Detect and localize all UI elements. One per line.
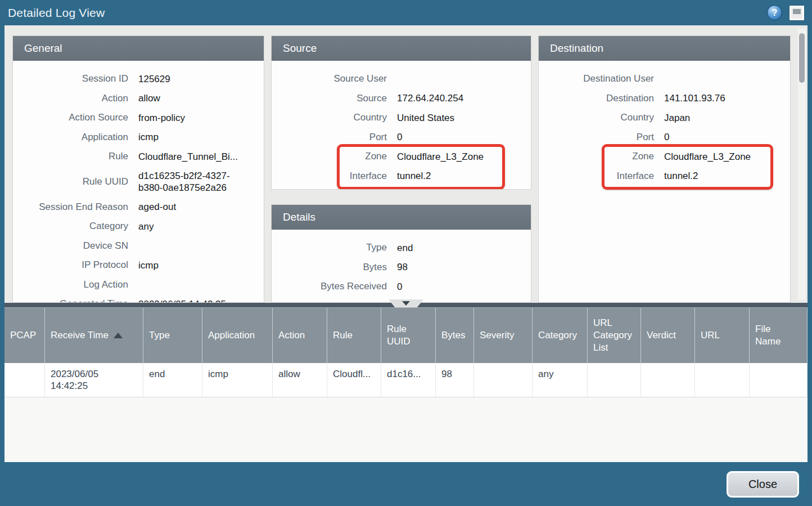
panel-details: Details Typeend Bytes98 Bytes Received0 bbox=[271, 204, 531, 303]
cell-pcap bbox=[4, 363, 45, 397]
field-value: tunnel.2 bbox=[397, 170, 431, 182]
field-generated-time: Generated Time2023/06/05 14:42:25 bbox=[13, 294, 264, 303]
field-action-source: Action Sourcefrom-policy bbox=[13, 108, 264, 128]
field-session-id: Session ID125629 bbox=[13, 69, 264, 89]
field-label: Interface bbox=[539, 171, 654, 182]
table-splitter bbox=[4, 303, 808, 307]
column-header-category[interactable]: Category bbox=[533, 308, 588, 363]
cell-category: any bbox=[533, 363, 588, 397]
field-value: Cloudflare_L3_Zone bbox=[664, 151, 751, 163]
column-header-application[interactable]: Application bbox=[202, 308, 273, 363]
column-header-rule[interactable]: Rule bbox=[327, 308, 381, 363]
column-source-details: Source Source User Source172.64.240.254 … bbox=[271, 35, 531, 303]
field-country: CountryUnited States bbox=[272, 108, 531, 128]
log-table-row[interactable]: 2023/06/05 14:42:25 end icmp allow Cloud… bbox=[4, 363, 808, 397]
field-label: Action bbox=[13, 93, 128, 104]
field-value: 141.101.93.76 bbox=[664, 92, 725, 104]
panel-general-body: Session ID125629 Actionallow Action Sour… bbox=[13, 61, 264, 303]
source-zone-interface-group: ZoneCloudflare_L3_Zone Interfacetunnel.2 bbox=[272, 147, 531, 186]
column-header-url-category-list[interactable]: URL Category List bbox=[588, 308, 641, 363]
cell-rule-uuid: d1c16... bbox=[381, 363, 436, 397]
column-header-severity[interactable]: Severity bbox=[474, 308, 533, 363]
field-label: Rule bbox=[13, 151, 128, 162]
panel-source: Source Source User Source172.64.240.254 … bbox=[271, 35, 531, 190]
column-header-url[interactable]: URL bbox=[695, 308, 750, 363]
field-label: Session ID bbox=[13, 73, 128, 84]
window-restore-icon[interactable] bbox=[790, 6, 804, 20]
field-value: Cloudflare_Tunnel_Bi... bbox=[138, 151, 238, 163]
field-application: Applicationicmp bbox=[13, 128, 264, 147]
field-action: Actionallow bbox=[13, 89, 264, 109]
cell-url-category-list bbox=[588, 363, 641, 397]
panel-source-body: Source User Source172.64.240.254 Country… bbox=[272, 61, 531, 189]
cell-rule: Cloudfl... bbox=[327, 363, 381, 397]
field-value: end bbox=[397, 242, 413, 254]
column-header-rule-uuid[interactable]: Rule UUID bbox=[381, 308, 436, 363]
detailed-log-view-dialog: Detailed Log View ? General Session ID12… bbox=[0, 0, 812, 506]
field-value: Japan bbox=[664, 112, 690, 124]
field-label: Log Action bbox=[13, 279, 128, 290]
column-header-pcap[interactable]: PCAP bbox=[4, 308, 45, 363]
column-header-type[interactable]: Type bbox=[143, 308, 202, 363]
column-header-receive-time[interactable]: Receive Time bbox=[45, 308, 143, 363]
field-label: Country bbox=[539, 112, 654, 123]
log-detail-content: General Session ID125629 Actionallow Act… bbox=[4, 25, 808, 303]
field-value: tunnel.2 bbox=[664, 170, 698, 182]
field-zone: ZoneCloudflare_L3_Zone bbox=[272, 147, 531, 167]
field-value: 0 bbox=[397, 131, 402, 143]
field-label: Zone bbox=[539, 151, 654, 162]
field-label: Application bbox=[13, 132, 128, 143]
field-label: Zone bbox=[272, 151, 387, 162]
help-icon[interactable]: ? bbox=[767, 5, 782, 20]
column-header-bytes[interactable]: Bytes bbox=[436, 308, 474, 363]
scrollbar-track[interactable] bbox=[798, 28, 806, 300]
field-bytes: Bytes98 bbox=[272, 258, 531, 277]
collapse-table-handle[interactable] bbox=[389, 299, 423, 307]
field-label: Rule UUID bbox=[13, 176, 128, 187]
field-label: Bytes bbox=[272, 262, 387, 273]
chevron-down-icon bbox=[402, 301, 410, 306]
field-zone: ZoneCloudflare_L3_Zone bbox=[539, 147, 790, 167]
column-header-action[interactable]: Action bbox=[273, 308, 327, 363]
field-label: Action Source bbox=[13, 112, 128, 123]
field-value: 0 bbox=[664, 131, 669, 143]
scrollbar-thumb[interactable] bbox=[799, 33, 805, 83]
column-header-file-name[interactable]: File Name bbox=[750, 308, 808, 363]
field-device-sn: Device SN bbox=[13, 236, 264, 256]
panel-destination-title: Destination bbox=[539, 36, 790, 61]
cell-bytes: 98 bbox=[436, 363, 474, 397]
field-label: IP Protocol bbox=[13, 259, 128, 271]
field-value: 2023/06/05 14:42:25 bbox=[138, 298, 226, 303]
column-header-verdict[interactable]: Verdict bbox=[641, 308, 695, 363]
field-value: aged-out bbox=[138, 201, 176, 213]
field-label: Country bbox=[272, 112, 387, 123]
field-session-end-reason: Session End Reasonaged-out bbox=[13, 198, 264, 217]
field-value: any bbox=[138, 221, 154, 232]
cell-action: allow bbox=[273, 363, 327, 397]
panel-general: General Session ID125629 Actionallow Act… bbox=[12, 35, 264, 303]
panel-general-title: General bbox=[13, 36, 264, 61]
field-rule-uuid: Rule UUIDd1c16235-b2f2-4327- b380-0ae187… bbox=[13, 167, 264, 198]
field-value: 125629 bbox=[138, 73, 170, 85]
field-value: icmp bbox=[138, 259, 159, 271]
column-general: General Session ID125629 Actionallow Act… bbox=[12, 35, 264, 303]
field-label: Port bbox=[539, 132, 654, 143]
window-restore-icon-bar bbox=[793, 9, 801, 14]
page-title: Detailed Log View bbox=[8, 6, 105, 20]
field-port: Port0 bbox=[539, 128, 790, 147]
field-destination: Destination141.101.93.76 bbox=[539, 89, 790, 109]
cell-application: icmp bbox=[202, 363, 273, 397]
field-value: icmp bbox=[138, 131, 159, 143]
close-button[interactable]: Close bbox=[727, 471, 799, 498]
panel-source-title: Source bbox=[272, 36, 531, 61]
field-label: Bytes Received bbox=[272, 281, 387, 292]
cell-url bbox=[695, 363, 750, 397]
titlebar: Detailed Log View ? bbox=[0, 0, 812, 25]
cell-type: end bbox=[143, 363, 202, 397]
field-type: Typeend bbox=[272, 238, 531, 258]
field-value: d1c16235-b2f2-4327- b380-0ae1875e2a26 bbox=[138, 170, 230, 194]
panel-destination-body: Destination User Destination141.101.93.7… bbox=[539, 61, 790, 302]
dialog-footer: Close bbox=[0, 462, 812, 506]
log-table: PCAP Receive Time Type Application Actio… bbox=[4, 307, 808, 462]
titlebar-icons: ? bbox=[767, 5, 804, 20]
